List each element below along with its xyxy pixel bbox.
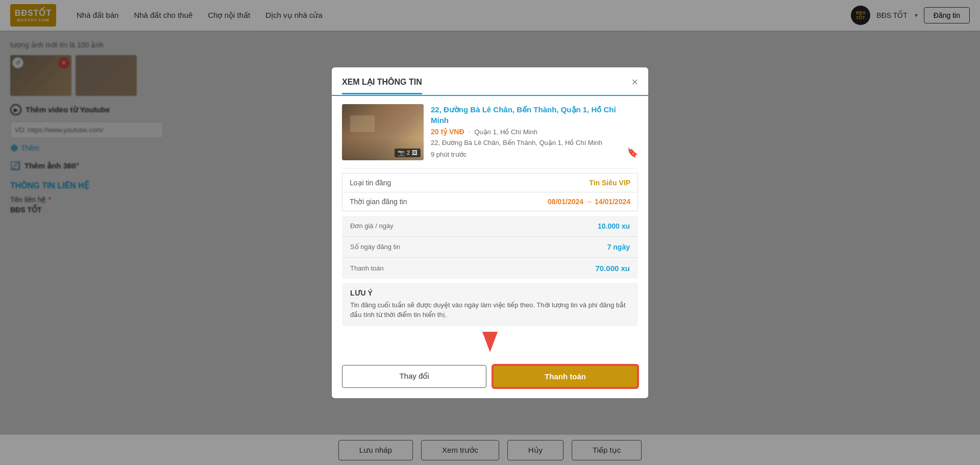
- arrow-down-icon: [477, 329, 503, 355]
- pricing-value-days: 7 ngày: [607, 243, 630, 251]
- photo-icon: 🖼: [412, 150, 418, 156]
- info-label-type: Loại tin đăng: [350, 179, 391, 187]
- camera-icon: 📷: [398, 150, 405, 156]
- pricing-row-total: Thanh toán 70.000 xu: [342, 258, 638, 279]
- pricing-row-days: Số ngày đăng tin 7 ngày: [342, 237, 638, 258]
- listing-info: 22, Đường Bà Lê Chân, Bến Thành, Quận 1,…: [431, 104, 620, 160]
- listing-time: 9 phút trước: [431, 151, 620, 158]
- listing-address: 22, Đường Bà Lê Chân, Bến Thành, Quận 1,…: [431, 139, 620, 146]
- image-count-badge: 📷 2 🖼: [395, 149, 421, 157]
- info-value-type: Tin Siêu VIP: [589, 179, 630, 187]
- listing-price: 20 tỷ VNĐ · Quận 1, Hồ Chí Minh: [431, 128, 620, 136]
- modal-actions: Thay đổi Thanh toán: [342, 365, 638, 388]
- info-table: Loại tin đăng Tin Siêu VIP Thời gian đăn…: [342, 173, 638, 211]
- change-button[interactable]: Thay đổi: [342, 365, 486, 388]
- info-row-type: Loại tin đăng Tin Siêu VIP: [342, 173, 638, 192]
- separator: ·: [468, 128, 472, 136]
- pay-button[interactable]: Thanh toán: [493, 365, 638, 388]
- pricing-row-daily: Đơn giá / ngày 10.000 xu: [342, 216, 638, 237]
- image-count: 2: [407, 150, 410, 156]
- price-value: 20 tỷ VNĐ: [431, 128, 464, 136]
- info-value-date: 08/01/2024 → 14/01/2024: [548, 198, 630, 206]
- arrow-indicator: [342, 329, 638, 357]
- pricing-value-total: 70.000 xu: [595, 264, 630, 273]
- svg-marker-0: [482, 332, 498, 352]
- listing-thumbnail: 📷 2 🖼: [342, 104, 424, 160]
- bookmark-icon[interactable]: 🔖: [627, 147, 638, 158]
- pricing-section: Đơn giá / ngày 10.000 xu Số ngày đăng ti…: [342, 216, 638, 279]
- modal-body: 📷 2 🖼 22, Đường Bà Lê Chân, Bến Thành, Q…: [332, 96, 648, 398]
- pricing-label-daily: Đơn giá / ngày: [350, 222, 394, 230]
- listing-district: Quận 1, Hồ Chí Minh: [474, 128, 537, 136]
- pricing-label-days: Số ngày đăng tin: [350, 243, 400, 251]
- modal-overlay: XEM LẠI THÔNG TIN × 📷 2 🖼: [0, 0, 980, 465]
- pricing-value-daily: 10.000 xu: [598, 222, 630, 230]
- info-label-date: Thời gian đăng tin: [350, 198, 407, 206]
- modal: XEM LẠI THÔNG TIN × 📷 2 🖼: [332, 67, 648, 398]
- info-row-date: Thời gian đăng tin 08/01/2024 → 14/01/20…: [342, 192, 638, 211]
- listing-card: 📷 2 🖼 22, Đường Bà Lê Chân, Bến Thành, Q…: [342, 96, 638, 169]
- modal-title: XEM LẠI THÔNG TIN: [342, 77, 422, 94]
- modal-close-button[interactable]: ×: [631, 76, 638, 95]
- note-text: Tin đăng cuối tuần sẽ được duyệt vào ngà…: [350, 300, 630, 320]
- note-section: LƯU Ý Tin đăng cuối tuần sẽ được duyệt v…: [342, 283, 638, 326]
- pricing-label-total: Thanh toán: [350, 264, 384, 272]
- listing-title: 22, Đường Bà Lê Chân, Bến Thành, Quận 1,…: [431, 104, 620, 126]
- modal-header: XEM LẠI THÔNG TIN ×: [332, 67, 648, 96]
- note-title: LƯU Ý: [350, 289, 630, 297]
